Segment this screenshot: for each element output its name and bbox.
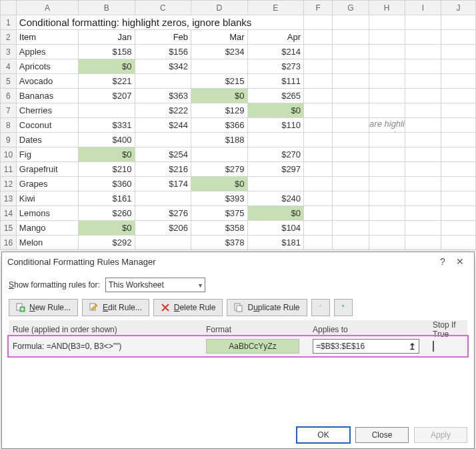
row-header[interactable]: 1 bbox=[1, 15, 17, 30]
value-cell[interactable]: $110 bbox=[247, 118, 304, 133]
value-cell[interactable] bbox=[135, 236, 191, 250]
value-cell[interactable]: $174 bbox=[135, 177, 191, 191]
item-cell[interactable]: Bananas bbox=[16, 89, 78, 103]
col-header[interactable]: F bbox=[304, 1, 333, 15]
value-cell[interactable]: $161 bbox=[79, 191, 135, 206]
value-cell[interactable]: $0 bbox=[191, 177, 248, 191]
table-row[interactable]: 8Coconut$331$244$366$110Zeros are highli… bbox=[1, 118, 476, 133]
value-cell[interactable]: $206 bbox=[135, 221, 191, 236]
show-for-combo[interactable]: This Worksheet ▾ bbox=[105, 278, 205, 292]
dialog-titlebar[interactable]: Conditional Formatting Rules Manager ? ✕ bbox=[2, 252, 474, 271]
value-cell[interactable]: $0 bbox=[79, 147, 135, 162]
table-row[interactable]: 15Mango$0$206$358$104 bbox=[1, 221, 476, 236]
row-header[interactable]: 10 bbox=[1, 147, 17, 162]
value-cell[interactable]: $0 bbox=[247, 103, 304, 118]
item-cell[interactable]: Grapes bbox=[16, 177, 78, 191]
value-cell[interactable]: $254 bbox=[135, 147, 191, 162]
ok-button[interactable]: OK bbox=[297, 427, 350, 443]
value-cell[interactable]: $276 bbox=[135, 206, 191, 221]
delete-rule-button[interactable]: Delete Rule bbox=[153, 299, 223, 316]
col-header[interactable]: J bbox=[441, 1, 475, 15]
item-cell[interactable]: Melon bbox=[16, 236, 78, 250]
stop-if-true-checkbox[interactable] bbox=[433, 341, 434, 352]
table-row[interactable]: 13Kiwi$161$393$240 bbox=[1, 191, 476, 206]
value-cell[interactable] bbox=[135, 191, 191, 206]
value-cell[interactable]: $222 bbox=[135, 103, 191, 118]
value-cell[interactable] bbox=[247, 133, 304, 147]
select-all-corner[interactable] bbox=[1, 1, 17, 15]
col-header[interactable]: E bbox=[247, 1, 304, 15]
value-cell[interactable]: $210 bbox=[79, 162, 135, 177]
value-cell[interactable]: $181 bbox=[247, 236, 304, 250]
col-header[interactable]: G bbox=[333, 1, 369, 15]
value-cell[interactable] bbox=[79, 103, 135, 118]
close-button[interactable]: Close bbox=[355, 427, 409, 443]
header-month[interactable]: Mar bbox=[191, 30, 248, 45]
table-row[interactable]: 11Grapefruit$210$216$279$297 bbox=[1, 162, 476, 177]
value-cell[interactable]: $363 bbox=[135, 89, 191, 103]
value-cell[interactable]: $358 bbox=[191, 221, 248, 236]
sheet-title[interactable]: Conditional formatting: highlight zeros,… bbox=[16, 15, 303, 30]
table-row[interactable]: 3Apples$158$156$234$214 bbox=[1, 45, 476, 59]
value-cell[interactable]: $129 bbox=[191, 103, 248, 118]
table-row[interactable]: 9Dates$400$188 bbox=[1, 133, 476, 147]
table-row[interactable]: 16Melon$292$378$181 bbox=[1, 236, 476, 250]
row-header[interactable]: 9 bbox=[1, 133, 17, 147]
value-cell[interactable]: $207 bbox=[79, 89, 135, 103]
row-header[interactable]: 14 bbox=[1, 206, 17, 221]
item-cell[interactable]: Mango bbox=[16, 221, 78, 236]
table-row[interactable]: 6Bananas$207$363$0$265 bbox=[1, 89, 476, 103]
value-cell[interactable]: $234 bbox=[191, 45, 248, 59]
value-cell[interactable]: $240 bbox=[247, 191, 304, 206]
value-cell[interactable] bbox=[135, 133, 191, 147]
value-cell[interactable]: $366 bbox=[191, 118, 248, 133]
row-header[interactable]: 13 bbox=[1, 191, 17, 206]
value-cell[interactable] bbox=[191, 147, 248, 162]
new-rule-button[interactable]: New Rule... bbox=[9, 299, 78, 316]
row-header[interactable]: 12 bbox=[1, 177, 17, 191]
edit-rule-button[interactable]: Edit Rule... bbox=[82, 299, 149, 316]
row-header[interactable]: 7 bbox=[1, 103, 17, 118]
value-cell[interactable]: $104 bbox=[247, 221, 304, 236]
header-month[interactable]: Feb bbox=[135, 30, 191, 45]
col-header[interactable]: B bbox=[79, 1, 135, 15]
range-picker-icon[interactable]: ↥ bbox=[409, 342, 416, 352]
row-header[interactable]: 3 bbox=[1, 45, 17, 59]
row-header[interactable]: 15 bbox=[1, 221, 17, 236]
table-row[interactable]: 4Apricots$0$342$273 bbox=[1, 59, 476, 74]
item-cell[interactable]: Grapefruit bbox=[16, 162, 78, 177]
row-header[interactable]: 8 bbox=[1, 118, 17, 133]
col-header[interactable]: C bbox=[135, 1, 191, 15]
item-cell[interactable]: Apricots bbox=[16, 59, 78, 74]
item-cell[interactable]: Lemons bbox=[16, 206, 78, 221]
value-cell[interactable]: $342 bbox=[135, 59, 191, 74]
table-row[interactable]: 5Avocado$221$215$111 bbox=[1, 74, 476, 89]
value-cell[interactable]: $375 bbox=[191, 206, 248, 221]
item-cell[interactable]: Kiwi bbox=[16, 191, 78, 206]
row-header[interactable]: 5 bbox=[1, 74, 17, 89]
item-cell[interactable]: Avocado bbox=[16, 74, 78, 89]
value-cell[interactable]: $215 bbox=[191, 74, 248, 89]
value-cell[interactable]: $214 bbox=[247, 45, 304, 59]
col-header[interactable]: A bbox=[16, 1, 78, 15]
item-cell[interactable]: Coconut bbox=[16, 118, 78, 133]
col-header[interactable]: I bbox=[405, 1, 441, 15]
value-cell[interactable]: $0 bbox=[79, 59, 135, 74]
rule-row[interactable]: Formula: =AND(B3=0, B3<>"") AaBbCcYyZz =… bbox=[9, 336, 467, 356]
table-row[interactable]: 7Cherries$222$129$0 bbox=[1, 103, 476, 118]
col-header[interactable]: H bbox=[369, 1, 405, 15]
row-header[interactable]: 4 bbox=[1, 59, 17, 74]
value-cell[interactable]: $400 bbox=[79, 133, 135, 147]
value-cell[interactable] bbox=[135, 74, 191, 89]
value-cell[interactable]: $0 bbox=[79, 221, 135, 236]
value-cell[interactable]: $265 bbox=[247, 89, 304, 103]
value-cell[interactable]: $111 bbox=[247, 74, 304, 89]
table-row[interactable]: 12Grapes$360$174$0 bbox=[1, 177, 476, 191]
item-cell[interactable]: Fig bbox=[16, 147, 78, 162]
value-cell[interactable]: $393 bbox=[191, 191, 248, 206]
value-cell[interactable]: $156 bbox=[135, 45, 191, 59]
value-cell[interactable]: $360 bbox=[79, 177, 135, 191]
header-month[interactable]: Jan bbox=[79, 30, 135, 45]
value-cell[interactable]: $188 bbox=[191, 133, 248, 147]
value-cell[interactable]: $273 bbox=[247, 59, 304, 74]
